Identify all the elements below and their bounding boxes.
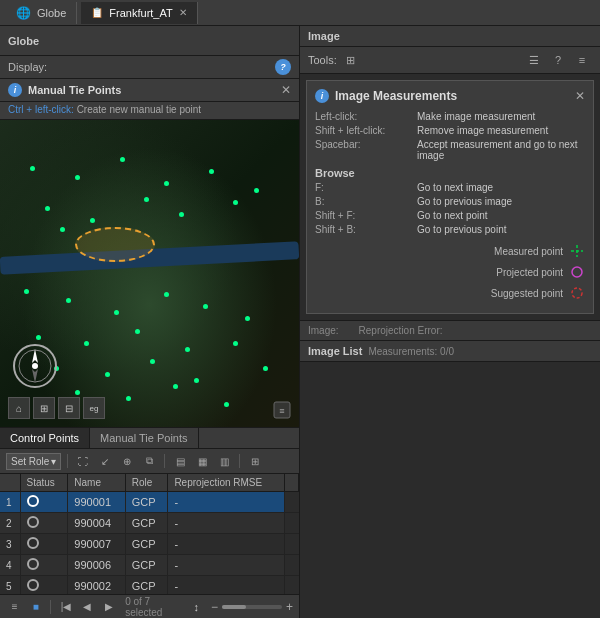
image-tools-bar: Tools: ⊞ ☰ ? ≡	[300, 47, 600, 74]
bottom-icon-2[interactable]: ■	[27, 598, 44, 616]
zoom-slider-container: − +	[211, 600, 293, 614]
nav-prev[interactable]: ◀	[79, 598, 96, 616]
cp-tool-6[interactable]: ▦	[193, 452, 211, 470]
map-area[interactable]: ⌂ ⊞ ⊟ eg ≡	[0, 120, 299, 427]
cp-table: Status Name Role Reprojection RMSE 1 990…	[0, 474, 299, 594]
cp-tool-2[interactable]: ↙	[96, 452, 114, 470]
browse-val-3: Go to next point	[417, 210, 585, 221]
col-rmse: Reprojection RMSE	[168, 474, 285, 492]
cp-tool-1[interactable]: ⛶	[74, 452, 92, 470]
browse-key-4: Shift + B:	[315, 224, 415, 235]
zoom-slider[interactable]	[222, 605, 282, 609]
meas-row-3: Spacebar: Accept measurement and go to n…	[315, 139, 585, 161]
cp-tool-8[interactable]: ⊞	[246, 452, 264, 470]
row-status	[20, 576, 68, 595]
row-num: 1	[0, 492, 20, 513]
selection-text: 0 of 7 selected	[125, 596, 187, 618]
row-name: 990002	[68, 576, 125, 595]
table-row[interactable]: 4 990006 GCP -	[0, 555, 299, 576]
image-tool-info[interactable]: ?	[548, 50, 568, 70]
cp-table-header: Status Name Role Reprojection RMSE	[0, 474, 299, 492]
cp-tool-7[interactable]: ▥	[215, 452, 233, 470]
image-panel-header: Image	[300, 26, 600, 47]
ctrl-action: Create new manual tie point	[77, 104, 202, 115]
tab-globe[interactable]: 🌐 Globe	[6, 2, 77, 24]
row-num: 3	[0, 534, 20, 555]
row-status	[20, 492, 68, 513]
cp-tool-4[interactable]: ⧉	[140, 452, 158, 470]
control-points-section: Control Points Manual Tie Points Set Rol…	[0, 427, 299, 618]
map-tool-info[interactable]: eg	[83, 397, 105, 419]
svg-marker-3	[32, 369, 38, 383]
sort-icon[interactable]: ↕	[193, 601, 199, 613]
col-role: Role	[125, 474, 168, 492]
popup-title: Image Measurements	[335, 89, 569, 103]
image-list-body	[300, 362, 600, 618]
svg-marker-2	[32, 349, 38, 363]
row-rmse: -	[168, 555, 285, 576]
image-tools-left: Tools: ⊞	[308, 50, 361, 70]
popup-close-icon[interactable]: ✕	[575, 89, 585, 103]
table-row[interactable]: 2 990004 GCP -	[0, 513, 299, 534]
suggested-icon	[569, 285, 585, 301]
projected-label: Projected point	[496, 267, 563, 278]
measurements-content: Left-click: Make image measurement Shift…	[315, 111, 585, 235]
meas-val-1: Make image measurement	[417, 111, 585, 122]
table-row[interactable]: 5 990002 GCP -	[0, 576, 299, 595]
row-rmse: -	[168, 576, 285, 595]
tie-points-info-icon: i	[8, 83, 22, 97]
image-tool-grid[interactable]: ⊞	[341, 50, 361, 70]
image-list-count: Measurements: 0/0	[368, 346, 454, 357]
cp-tool-5[interactable]: ▤	[171, 452, 189, 470]
map-tool-home[interactable]: ⌂	[8, 397, 30, 419]
set-role-dropdown[interactable]: Set Role ▾	[6, 453, 61, 470]
ctrl-hint: Ctrl + left-click: Create new manual tie…	[0, 102, 299, 120]
table-row[interactable]: 1 990001 GCP -	[0, 492, 299, 513]
row-num: 2	[0, 513, 20, 534]
tools-label: Tools:	[308, 54, 337, 66]
meas-row-1: Left-click: Make image measurement	[315, 111, 585, 122]
row-name: 990006	[68, 555, 125, 576]
globe-panel-title: Globe	[8, 35, 39, 47]
map-tool-zoom-out[interactable]: ⊟	[58, 397, 80, 419]
tie-points-title: Manual Tie Points	[28, 84, 121, 96]
col-num	[0, 474, 20, 492]
tie-points-close-icon[interactable]: ✕	[281, 83, 291, 97]
browse-row-3: Shift + F: Go to next point	[315, 210, 585, 221]
meas-val-2: Remove image measurement	[417, 125, 585, 136]
tie-points-left: i Manual Tie Points	[8, 83, 121, 97]
cp-table-container: Status Name Role Reprojection RMSE 1 990…	[0, 474, 299, 594]
image-tool-settings[interactable]: ≡	[572, 50, 592, 70]
browse-header: Browse	[315, 167, 585, 179]
row-role: GCP	[125, 534, 168, 555]
svg-point-10	[572, 288, 582, 298]
left-panel: Globe Display: ? i Manual Tie Points ✕ C…	[0, 26, 300, 618]
cp-toolbar: Set Role ▾ ⛶ ↙ ⊕ ⧉ ▤ ▦ ▥ ⊞	[0, 449, 299, 474]
cp-tool-3[interactable]: ⊕	[118, 452, 136, 470]
row-num: 5	[0, 576, 20, 595]
map-settings-icon[interactable]: ≡	[273, 401, 291, 421]
image-list-title: Image List	[308, 345, 362, 357]
browse-row-2: B: Go to previous image	[315, 196, 585, 207]
tab-frankfurt[interactable]: 📋 Frankfurt_AT ✕	[81, 2, 197, 24]
nav-first[interactable]: |◀	[57, 598, 74, 616]
display-row: Display: ?	[0, 56, 299, 79]
globe-tab-icon: 🌐	[16, 6, 31, 20]
zoom-plus[interactable]: +	[286, 600, 293, 614]
image-tool-list[interactable]: ☰	[524, 50, 544, 70]
close-tab-icon[interactable]: ✕	[179, 7, 187, 18]
image-list-header: Image List Measurements: 0/0	[300, 340, 600, 362]
nav-play[interactable]: ▶	[100, 598, 117, 616]
zoom-minus[interactable]: −	[211, 600, 218, 614]
tab-manual-tie-points[interactable]: Manual Tie Points	[90, 428, 198, 448]
map-tool-zoom-in[interactable]: ⊞	[33, 397, 55, 419]
reprojection-label: Reprojection Error:	[359, 325, 443, 336]
measured-icon	[569, 243, 585, 259]
bottom-icon-1[interactable]: ≡	[6, 598, 23, 616]
title-bar: 🌐 Globe 📋 Frankfurt_AT ✕	[0, 0, 600, 26]
col-scroll	[285, 474, 299, 492]
tab-control-points[interactable]: Control Points	[0, 428, 90, 448]
table-row[interactable]: 3 990007 GCP -	[0, 534, 299, 555]
row-name: 990004	[68, 513, 125, 534]
help-icon[interactable]: ?	[275, 59, 291, 75]
